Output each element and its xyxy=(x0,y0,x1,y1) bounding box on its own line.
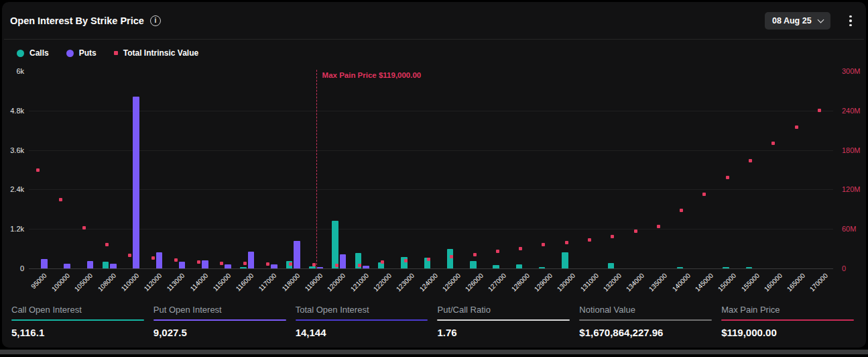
stat-value: 9,027.5 xyxy=(153,327,286,338)
y-axis-label-left: 6k xyxy=(16,66,24,76)
horizontal-scrollbar[interactable] xyxy=(0,350,868,354)
date-selector-value: 08 Aug 25 xyxy=(772,16,812,26)
call-bar xyxy=(516,264,523,268)
call-bar xyxy=(240,267,247,268)
put-bar xyxy=(248,252,255,268)
kebab-dot xyxy=(849,24,852,27)
intrinsic-value-dot xyxy=(381,260,384,264)
page-title-text: Open Interest By Strike Price xyxy=(10,14,144,28)
kebab-menu-button[interactable] xyxy=(844,12,857,30)
put-bar xyxy=(271,264,277,268)
intrinsic-value-dot xyxy=(289,262,292,266)
stat-value: 1.76 xyxy=(437,327,570,338)
info-icon[interactable]: i xyxy=(150,15,161,26)
gridline xyxy=(29,150,833,151)
chevron-down-icon xyxy=(817,16,824,23)
intrinsic-value-dot xyxy=(657,225,660,228)
intrinsic-value-dot xyxy=(266,262,269,266)
intrinsic-value-dot xyxy=(151,256,155,260)
y-axis-label-left: 2.4k xyxy=(10,185,24,194)
stat-underline xyxy=(721,319,854,321)
legend-label: Calls xyxy=(29,48,49,58)
stat-value: 5,116.1 xyxy=(11,327,144,338)
stat-put-open-interest: Put Open Interest9,027.5 xyxy=(153,305,286,338)
stat-value: $1,670,864,227.96 xyxy=(579,327,712,338)
page-title: Open Interest By Strike Price i xyxy=(10,14,161,28)
y-axis-label-right: 120M xyxy=(842,185,861,194)
gridline xyxy=(29,189,833,190)
chart-legend: CallsPutsTotal Intrinsic Value xyxy=(17,48,198,58)
options-dashboard: Open Interest By Strike Price i 08 Aug 2… xyxy=(0,0,868,357)
stat-underline xyxy=(296,319,428,321)
put-bar xyxy=(294,241,300,268)
intrinsic-value-dot xyxy=(197,260,200,264)
intrinsic-value-dot xyxy=(634,230,637,233)
kebab-dot xyxy=(849,15,852,18)
y-axis-label-left: 0 xyxy=(20,264,24,273)
put-bar xyxy=(363,266,369,268)
stat-label: Max Pain Price xyxy=(721,305,854,315)
call-bar xyxy=(470,261,477,268)
legend-item-calls[interactable]: Calls xyxy=(17,48,49,58)
intrinsic-value-dot xyxy=(680,209,683,212)
stat-label: Call Open Interest xyxy=(11,305,144,315)
put-bar xyxy=(225,264,231,268)
intrinsic-value-dot xyxy=(128,254,131,257)
put-bar xyxy=(64,264,70,268)
intrinsic-value-dot xyxy=(427,258,430,261)
stat-max-pain-price: Max Pain Price$119,000.00 xyxy=(721,305,854,338)
intrinsic-value-dot xyxy=(726,176,729,179)
put-bar xyxy=(133,97,139,268)
intrinsic-value-dot xyxy=(795,125,798,129)
stat-call-open-interest: Call Open Interest5,116.1 xyxy=(11,305,144,338)
intrinsic-value-dot xyxy=(243,262,247,265)
date-selector[interactable]: 08 Aug 25 xyxy=(765,12,830,30)
put-bar xyxy=(202,260,208,268)
legend-swatch-icon xyxy=(114,51,118,55)
max-pain-line xyxy=(316,70,317,268)
legend-item-puts[interactable]: Puts xyxy=(66,48,97,58)
call-bar xyxy=(539,267,546,268)
stat-value: 14,144 xyxy=(296,327,428,338)
intrinsic-value-dot xyxy=(611,235,614,238)
call-bar xyxy=(723,267,729,268)
put-bar xyxy=(41,259,48,268)
call-bar xyxy=(103,262,109,268)
intrinsic-value-dot xyxy=(473,253,477,256)
intrinsic-value-dot xyxy=(358,264,361,267)
y-axis-label-left: 4.8k xyxy=(10,106,24,115)
max-pain-label: Max Pain Price $119,000.00 xyxy=(322,71,422,79)
stat-underline xyxy=(11,319,144,321)
call-bar xyxy=(562,252,568,268)
legend-item-total-intrinsic-value[interactable]: Total Intrinsic Value xyxy=(114,48,198,58)
put-bar xyxy=(340,254,347,268)
stat-total-open-interest: Total Open Interest14,144 xyxy=(296,305,428,338)
legend-label: Puts xyxy=(79,48,97,58)
open-interest-card: Open Interest By Strike Price i 08 Aug 2… xyxy=(2,2,866,348)
call-bar xyxy=(608,263,615,268)
intrinsic-value-dot xyxy=(105,243,109,246)
intrinsic-value-dot xyxy=(335,264,338,267)
y-axis-label-left: 3.6k xyxy=(10,146,24,155)
stat-notional-value: Notional Value$1,670,864,227.96 xyxy=(579,305,712,338)
call-bar xyxy=(493,265,499,268)
gridline xyxy=(29,229,833,230)
intrinsic-value-dot xyxy=(404,259,408,262)
put-bar xyxy=(156,252,163,268)
stat-label: Total Open Interest xyxy=(296,305,428,315)
intrinsic-value-dot xyxy=(565,241,568,244)
legend-label: Total Intrinsic Value xyxy=(123,48,198,58)
intrinsic-value-dot xyxy=(542,243,545,246)
stat-underline xyxy=(579,319,712,321)
intrinsic-value-dot xyxy=(220,262,223,265)
stat-underline xyxy=(153,319,286,321)
y-axis-label-right: 240M xyxy=(842,106,861,115)
kebab-dot xyxy=(849,19,852,22)
y-axis-label-right: 300M xyxy=(842,66,861,76)
stat-label: Put/Call Ratio xyxy=(437,305,570,315)
intrinsic-value-dot xyxy=(36,168,40,172)
intrinsic-value-dot xyxy=(588,238,591,242)
call-bar xyxy=(447,249,454,268)
stat-label: Notional Value xyxy=(579,305,712,315)
intrinsic-value-dot xyxy=(59,198,62,201)
